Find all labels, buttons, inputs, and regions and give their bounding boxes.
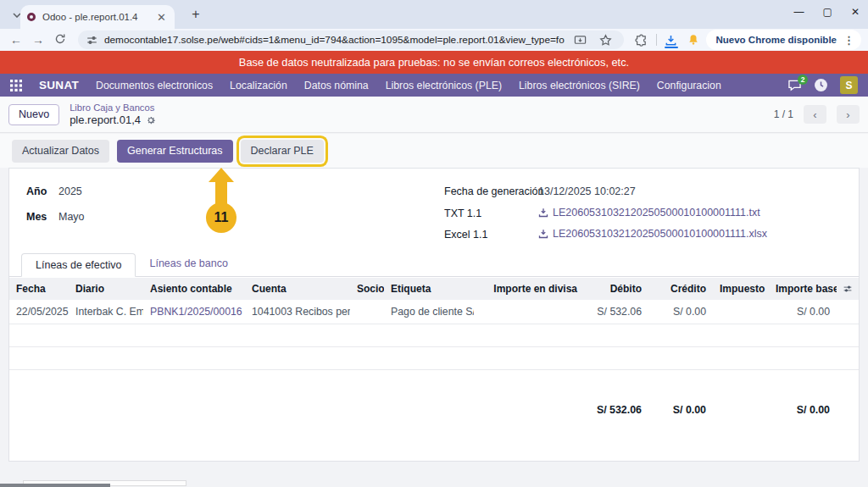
new-record-button[interactable]: Nuevo: [8, 104, 59, 125]
actualizar-datos-button[interactable]: Actualizar Datos: [12, 140, 109, 163]
txt-file-label: TXT 1.1: [444, 208, 481, 219]
bookmark-button[interactable]: [597, 30, 615, 49]
close-window-button[interactable]: ✕: [851, 3, 860, 21]
browser-menu-icon[interactable]: ⋮: [842, 34, 856, 47]
cell-cuenta[interactable]: 1041003 Recibos pendi...: [245, 300, 350, 324]
new-tab-button[interactable]: +: [186, 5, 205, 24]
cell-etiqueta[interactable]: Pago de cliente S/ 532....: [384, 300, 474, 324]
cell-importe-divisa[interactable]: [474, 300, 584, 324]
menu-libros-ple[interactable]: Libros electrónicos (PLE): [386, 80, 502, 91]
form-statusbar: Actualizar Datos Generar Estructuras Dec…: [0, 134, 868, 168]
pager-next-button[interactable]: ›: [837, 105, 860, 124]
annotation-arrow-icon: [209, 168, 234, 182]
col-socio[interactable]: Socio: [350, 278, 384, 300]
gear-icon[interactable]: [146, 115, 156, 125]
empty-row: [9, 347, 859, 370]
cell-impuesto[interactable]: [713, 300, 769, 324]
menu-datos-nomina[interactable]: Datos nómina: [304, 80, 369, 91]
generation-date-field: 13/12/2025 10:02:27: [538, 185, 636, 197]
downloads-button[interactable]: [662, 30, 681, 49]
col-asiento-contable[interactable]: Asiento contable: [143, 278, 245, 300]
messages-button[interactable]: 2: [787, 79, 802, 91]
declarar-ple-button[interactable]: Declarar PLE: [241, 140, 324, 163]
col-impuesto[interactable]: Impuesto: [713, 278, 769, 300]
col-cuenta[interactable]: Cuenta: [245, 278, 350, 300]
optional-columns-button[interactable]: [843, 283, 852, 295]
cell-importe-base[interactable]: S/ 0.00: [769, 300, 837, 324]
pager-previous-button[interactable]: ‹: [804, 105, 826, 124]
spacer-row: [9, 370, 859, 398]
column-settings-icon: [843, 283, 852, 295]
tab-close-icon[interactable]: ✕: [155, 11, 168, 24]
cell-asiento-contable[interactable]: PBNK1/2025/00016: [143, 300, 245, 324]
form-sheet: Año 2025 Mes Mayo Fecha de generación 13…: [8, 168, 860, 462]
month-field[interactable]: Mayo: [58, 211, 85, 223]
breadcrumb-parent[interactable]: Libro Caja y Bancos: [70, 102, 156, 113]
maximize-button[interactable]: ▢: [823, 3, 832, 21]
user-avatar[interactable]: S: [840, 76, 858, 94]
minimize-button[interactable]: —: [794, 3, 804, 21]
empty-row: [9, 324, 859, 347]
excel-file-link[interactable]: LE2060531032120250500010100001111.xlsx: [538, 228, 767, 240]
app-brand[interactable]: SUNAT: [39, 79, 79, 91]
star-icon: [599, 34, 612, 47]
site-settings-icon: [86, 35, 97, 46]
cell-diario[interactable]: Interbak C. Empresa: [69, 300, 143, 324]
tab-lineas-banco[interactable]: Líneas de banco: [136, 252, 241, 276]
send-to-device-icon: [574, 34, 587, 47]
tab-title: Odoo - ple.report.01.4: [42, 12, 148, 22]
menu-libros-sire[interactable]: Libros electrónicos (SIRE): [519, 80, 640, 91]
chrome-update-button[interactable]: Nuevo Chrome disponible ⋮: [706, 30, 862, 50]
browser-toolbar: ← → democontable17.solse.pe/web#cids=1&m…: [0, 29, 868, 51]
menu-documentos-electronicos[interactable]: Documentos electronicos: [96, 80, 213, 91]
apps-menu-button[interactable]: [10, 80, 22, 91]
col-debito[interactable]: Débito: [584, 278, 648, 300]
clock-icon: [814, 78, 828, 92]
menu-configuracion[interactable]: Configuracion: [657, 80, 721, 91]
cell-credito[interactable]: S/ 0.00: [648, 300, 713, 324]
year-label: Año: [26, 185, 47, 197]
back-button[interactable]: ←: [7, 33, 25, 47]
screen: Odoo - ple.report.01.4 ✕ + — ▢ ✕ ← → dem…: [0, 0, 868, 487]
cell-fecha[interactable]: 22/05/2025: [9, 300, 69, 324]
record-pager: 1 / 1 ‹ ›: [774, 105, 860, 124]
bell-icon: [687, 34, 699, 46]
txt-file-link[interactable]: LE2060531032120250500010100001111.txt: [538, 207, 760, 219]
cell-debito[interactable]: S/ 532.06: [584, 300, 648, 324]
notebook-tabs: Líneas de efectivo Líneas de banco: [9, 253, 859, 277]
col-credito[interactable]: Crédito: [648, 278, 713, 300]
txt-file-name: LE2060531032120250500010100001111.txt: [553, 207, 760, 219]
send-to-device-button[interactable]: [571, 30, 590, 49]
activities-button[interactable]: [814, 78, 828, 92]
col-etiqueta[interactable]: Etiqueta: [384, 278, 474, 300]
cash-lines-table: Fecha Diario Asiento contable Cuenta Soc…: [9, 278, 859, 422]
notification-button[interactable]: [684, 30, 703, 49]
breadcrumb: Libro Caja y Bancos ple.report.01,4: [70, 102, 156, 127]
tab-lineas-efectivo[interactable]: Líneas de efectivo: [21, 253, 136, 277]
breadcrumb-record-name: ple.report.01,4: [70, 113, 141, 127]
excel-file-label: Excel 1.1: [444, 229, 487, 241]
generar-estructuras-button[interactable]: Generar Estructuras: [117, 140, 233, 163]
breadcrumb-record: ple.report.01,4: [70, 113, 156, 127]
forward-button[interactable]: →: [29, 33, 47, 47]
file-download-icon: [538, 229, 548, 239]
browser-tab[interactable]: Odoo - ple.report.01.4 ✕: [20, 5, 175, 29]
col-fecha[interactable]: Fecha: [9, 278, 69, 300]
year-field[interactable]: 2025: [58, 185, 82, 197]
download-icon: [665, 34, 677, 47]
cell-socio[interactable]: [350, 300, 384, 324]
window-controls: — ▢ ✕: [794, 3, 860, 21]
col-importe-divisa[interactable]: Importe en divisa: [474, 278, 584, 300]
table-row[interactable]: 22/05/2025 Interbak C. Empresa PBNK1/202…: [9, 300, 859, 324]
toolbar-divider: [656, 34, 657, 46]
excel-file-name: LE2060531032120250500010100001111.xlsx: [553, 228, 767, 240]
odoo-navbar: SUNAT Documentos electronicos Localizaci…: [0, 74, 868, 97]
extensions-button[interactable]: [632, 30, 651, 49]
menu-localizacion[interactable]: Localización: [230, 80, 287, 91]
horizontal-scrollbar-thumb[interactable]: [0, 484, 110, 487]
reload-button[interactable]: [51, 33, 70, 47]
chrome-update-label: Nuevo Chrome disponible: [716, 35, 837, 45]
col-importe-base[interactable]: Importe base: [769, 278, 837, 300]
col-diario[interactable]: Diario: [69, 278, 143, 300]
url-bar[interactable]: democontable17.solse.pe/web#cids=1&menu_…: [78, 30, 624, 49]
